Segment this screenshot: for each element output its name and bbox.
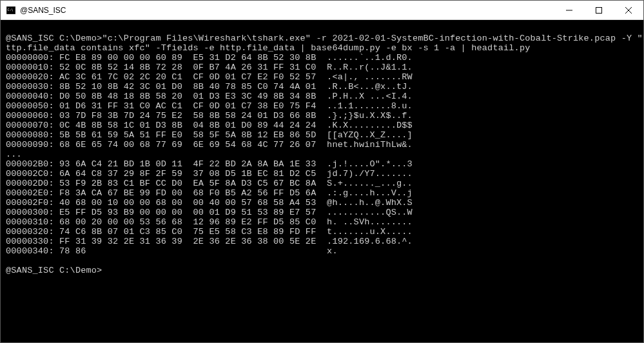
window-title: @SANS_ISC <box>20 6 66 15</box>
cmd-icon: C:\ <box>6 5 16 15</box>
maximize-button[interactable] <box>584 1 614 19</box>
titlebar: C:\ @SANS_ISC <box>1 1 643 20</box>
close-button[interactable] <box>614 1 643 19</box>
svg-text:C:\: C:\ <box>8 8 14 12</box>
titlebar-left: C:\ @SANS_ISC <box>1 5 66 15</box>
minimize-button[interactable] <box>554 1 584 19</box>
terminal-content[interactable]: @SANS_ISC C:\Demo>"c:\Program Files\Wire… <box>1 20 643 342</box>
window-controls <box>554 1 643 19</box>
terminal-window: C:\ @SANS_ISC @SANS_ISC C:\Demo>"c:\Prog… <box>0 0 644 343</box>
svg-rect-3 <box>596 7 602 13</box>
